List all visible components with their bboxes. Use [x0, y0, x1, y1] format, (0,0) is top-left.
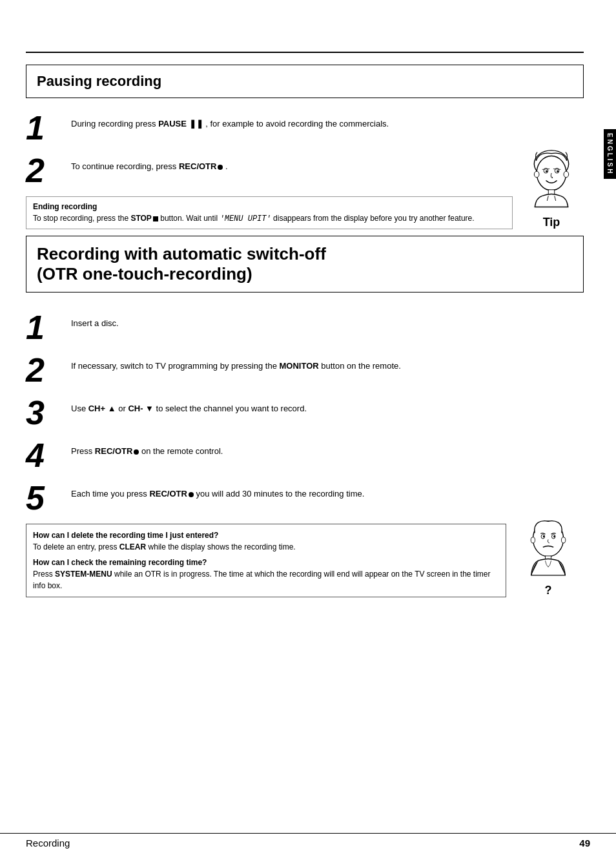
tip-text-after: button. Wait until	[158, 214, 220, 223]
otr-step5-bullet	[189, 492, 194, 497]
pausing-recording-section: Pausing recording	[26, 65, 584, 98]
otr-title-line1: Recording with automatic switch-off	[37, 244, 326, 263]
otr-step5-row: 5 Each time you press REC/OTR you will a…	[26, 481, 506, 515]
svg-point-11	[543, 536, 545, 538]
section1-steps: 1 During recording press PAUSE ❚❚ , for …	[26, 111, 513, 229]
section1-content: 1 During recording press PAUSE ❚❚ , for …	[26, 111, 584, 229]
otr-step3-row: 3 Use CH+ ▲ or CH- ▼ to select the chann…	[26, 396, 506, 429]
otr-q1-clear-btn: CLEAR	[119, 542, 146, 551]
otr-step2-monitor-btn: MONITOR	[280, 361, 319, 371]
otr-step3-before: Use	[71, 404, 88, 413]
step1-text-after: , for example to avoid recording the com…	[203, 119, 389, 129]
tip-box: Ending recording To stop recording, pres…	[26, 196, 513, 229]
otr-step1-number: 1	[26, 311, 65, 344]
otr-step3-ch-plus: CH+ ▲	[88, 404, 116, 413]
otr-step5-before: Each time you press	[71, 489, 149, 499]
otr-q2-heading: How can I check the remaining recording …	[33, 557, 499, 568]
otr-face-illustration	[519, 517, 577, 581]
otr-step3-number: 3	[26, 396, 65, 429]
otr-step3-text: Use CH+ ▲ or CH- ▼ to select the channel…	[71, 396, 506, 415]
tip-illustration-area: Tip	[519, 111, 584, 229]
step2-text: To continue recording, press REC/OTR .	[71, 154, 513, 173]
otr-step4-before: Press	[71, 446, 95, 456]
otr-step4-recotr-btn: REC/OTR	[95, 446, 133, 456]
otr-step5-text: Each time you press REC/OTR you will add…	[71, 481, 506, 500]
otr-section-title: Recording with automatic switch-off (OTR…	[37, 244, 573, 284]
tip-box-text: To stop recording, press the STOP button…	[33, 212, 506, 225]
otr-q1-heading: How can I delete the recording time I ju…	[33, 530, 499, 541]
step1-number: 1	[26, 111, 65, 145]
otr-step2-after: button on the remote.	[319, 361, 401, 371]
top-rule	[26, 52, 584, 53]
otr-step4-row: 4 Press REC/OTR on the remote control.	[26, 438, 506, 472]
pausing-recording-title: Pausing recording	[37, 73, 573, 90]
footer-page-number: 49	[579, 838, 590, 849]
tip-stop-button: STOP	[130, 214, 151, 223]
otr-illustration-label: ?	[545, 584, 552, 597]
otr-step2-number: 2	[26, 353, 65, 387]
otr-step1-row: 1 Insert a disc.	[26, 311, 506, 344]
otr-step5-after: you will add 30 minutes to the recording…	[194, 489, 364, 499]
otr-step3-after: to select the channel you want to record…	[154, 404, 307, 413]
footer: Recording 49	[0, 833, 616, 849]
step1-text-before: During recording press	[71, 119, 158, 129]
otr-step4-text: Press REC/OTR on the remote control.	[71, 438, 506, 458]
tip-box-heading: Ending recording	[33, 201, 506, 212]
otr-q2-text: Press SYSTEM-MENU while an OTR is in pro…	[33, 568, 499, 591]
otr-step5-recotr-btn: REC/OTR	[149, 489, 187, 499]
svg-point-3	[546, 170, 548, 172]
section2-content: 1 Insert a disc. 2 If necessary, switch …	[26, 305, 584, 597]
svg-point-13	[553, 536, 555, 538]
step2-row: 2 To continue recording, press REC/OTR .	[26, 154, 513, 187]
svg-point-15	[561, 537, 565, 543]
otr-q2-systemmenu-btn: SYSTEM-MENU	[55, 570, 112, 579]
otr-step5-number: 5	[26, 481, 65, 515]
step2-period: .	[223, 161, 227, 171]
tip-stop-square	[153, 216, 158, 221]
step1-pause-button: PAUSE ❚❚	[158, 119, 203, 129]
otr-illustration-area: ?	[513, 305, 584, 597]
otr-section-box: Recording with automatic switch-off (OTR…	[26, 236, 584, 293]
svg-point-14	[531, 537, 535, 543]
svg-point-7	[564, 171, 569, 178]
svg-point-6	[534, 171, 539, 178]
otr-step4-after: on the remote control.	[139, 446, 223, 456]
step2-recotr-button: REC/OTR	[179, 161, 217, 171]
otr-title-line2: (OTR one-touch-recording)	[37, 264, 252, 283]
otr-step4-number: 4	[26, 438, 65, 472]
footer-left: Recording	[26, 838, 70, 849]
step1-text: During recording press PAUSE ❚❚ , for ex…	[71, 111, 513, 130]
tip-text-end: disappears from the display before you t…	[271, 214, 475, 223]
otr-step3-ch-minus: CH- ▼	[128, 404, 154, 413]
otr-tip-box: How can I delete the recording time I ju…	[26, 524, 506, 597]
section2-steps: 1 Insert a disc. 2 If necessary, switch …	[26, 305, 506, 597]
step1-row: 1 During recording press PAUSE ❚❚ , for …	[26, 111, 513, 145]
otr-q2-before: Press	[33, 570, 55, 579]
tip-face-illustration	[522, 149, 580, 213]
otr-step1-text: Insert a disc.	[71, 311, 506, 330]
side-tab-english: ENGLISH	[604, 129, 616, 179]
tip-label: Tip	[543, 216, 560, 229]
otr-q1-text: To delete an entry, press CLEAR while th…	[33, 541, 499, 553]
tip-text-before: To stop recording, press the	[33, 214, 130, 223]
otr-q1-before: To delete an entry, press	[33, 542, 119, 551]
step2-number: 2	[26, 154, 65, 187]
step2-text-before: To continue recording, press	[71, 161, 179, 171]
otr-step2-text: If necessary, switch to TV programming b…	[71, 353, 506, 373]
otr-step2-row: 2 If necessary, switch to TV programming…	[26, 353, 506, 387]
otr-q1-after: while the display shows the recording ti…	[146, 542, 295, 551]
svg-point-5	[557, 170, 559, 172]
otr-step3-mid: or	[116, 404, 128, 413]
tip-menu-upit: 'MENU UPIT'	[220, 214, 271, 223]
otr-step2-before: If necessary, switch to TV programming b…	[71, 361, 280, 371]
